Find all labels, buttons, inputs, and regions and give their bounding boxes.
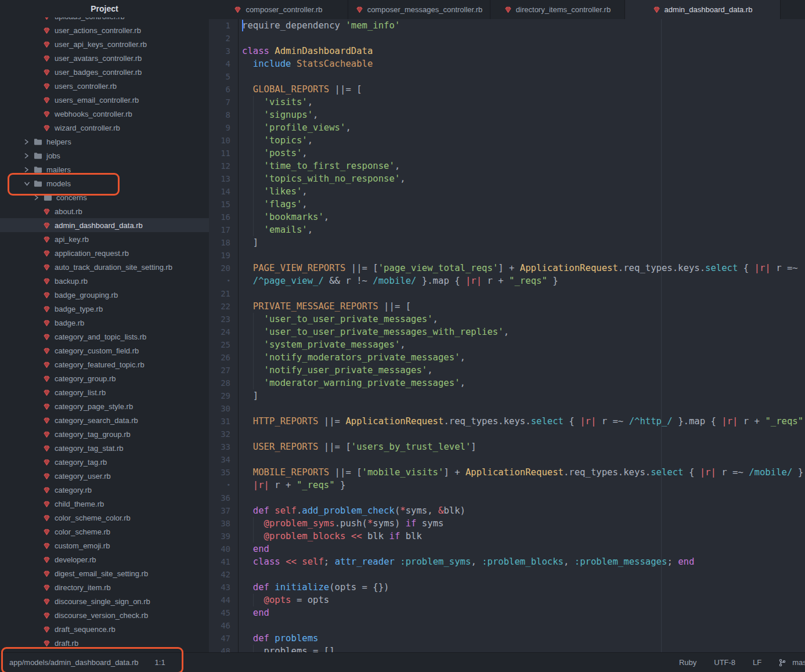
code-line[interactable]: 37 def self.add_problem_check(*syms, &bl… xyxy=(209,504,805,517)
tree-item-child_theme-rb[interactable]: child_theme.rb xyxy=(0,497,209,511)
code-line[interactable]: 38 @problem_syms.push(*syms) if syms xyxy=(209,517,805,530)
tree-item-api_key-rb[interactable]: api_key.rb xyxy=(0,232,209,246)
tree-item-auto_track_duration_site_setting-rb[interactable]: auto_track_duration_site_setting.rb xyxy=(0,260,209,274)
tab-composer_messages_controller-rb[interactable]: composer_messages_controller.rb xyxy=(348,0,490,19)
tree-item-jobs[interactable]: jobs xyxy=(0,149,209,162)
tree-item-application_request-rb[interactable]: application_request.rb xyxy=(0,246,209,260)
code-line[interactable]: 21 xyxy=(209,287,805,300)
tree-item-category_tag-rb[interactable]: category_tag.rb xyxy=(0,455,209,469)
tree-item-color_scheme-rb[interactable]: color_scheme.rb xyxy=(0,525,209,539)
chevron-right-icon[interactable] xyxy=(24,167,34,173)
tree-item-badge-rb[interactable]: badge.rb xyxy=(0,316,209,330)
tree-item-wizard_controller-rb[interactable]: wizard_controller.rb xyxy=(0,121,209,135)
git-branch-indicator[interactable]: master xyxy=(779,658,805,667)
code-line[interactable]: 4 include StatsCacheable xyxy=(209,57,805,70)
status-indicator-utf-8[interactable]: UTF-8 xyxy=(714,658,735,667)
tree-item-user_actions_controller-rb[interactable]: user_actions_controller.rb xyxy=(0,23,209,37)
code-line[interactable]: 19 xyxy=(209,249,805,262)
tree-item-color_scheme_color-rb[interactable]: color_scheme_color.rb xyxy=(0,511,209,525)
code-line[interactable]: 15 'flags', xyxy=(209,198,805,211)
code-line[interactable]: 20 PAGE_VIEW_REPORTS ||= ['page_view_tot… xyxy=(209,262,805,274)
tree-item-category_group-rb[interactable]: category_group.rb xyxy=(0,371,209,385)
tree-item-user_avatars_controller-rb[interactable]: user_avatars_controller.rb xyxy=(0,51,209,65)
code-line[interactable]: 43 def initialize(opts = {}) xyxy=(209,581,805,594)
code-line[interactable]: 7 'visits', xyxy=(209,96,805,109)
code-line[interactable]: 11 'posts', xyxy=(209,147,805,160)
tree-item-discourse_single_sign_on-rb[interactable]: discourse_single_sign_on.rb xyxy=(0,594,209,608)
code-line[interactable]: 32 xyxy=(209,428,805,440)
code-line[interactable]: 33 USER_REPORTS ||= ['users_by_trust_lev… xyxy=(209,440,805,453)
code-line[interactable]: 27 'notify_user_private_messages', xyxy=(209,364,805,377)
code-line[interactable]: 5 xyxy=(209,70,805,83)
tree-item-about-rb[interactable]: about.rb xyxy=(0,204,209,218)
code-line[interactable]: 8 'signups', xyxy=(209,109,805,121)
code-line[interactable]: 28 'moderator_warning_private_messages', xyxy=(209,377,805,389)
code-line[interactable]: 29 ] xyxy=(209,389,805,402)
code-line[interactable]: 36 xyxy=(209,492,805,504)
tree-item-users_controller-rb[interactable]: users_controller.rb xyxy=(0,79,209,93)
tree-item-draft-rb[interactable]: draft.rb xyxy=(0,636,209,650)
tree-item-helpers[interactable]: helpers xyxy=(0,135,209,149)
status-indicator-lf[interactable]: LF xyxy=(753,658,761,667)
tree-item-user_api_keys_controller-rb[interactable]: user_api_keys_controller.rb xyxy=(0,37,209,51)
tree-item-category_list-rb[interactable]: category_list.rb xyxy=(0,385,209,399)
code-line[interactable]: 34 xyxy=(209,453,805,466)
tree-item-badge_type-rb[interactable]: badge_type.rb xyxy=(0,302,209,316)
code-line[interactable]: 45 end xyxy=(209,606,805,619)
tree-item-category_tag_stat-rb[interactable]: category_tag_stat.rb xyxy=(0,441,209,455)
code-line[interactable]: 25 'system_private_messages', xyxy=(209,338,805,351)
code-line[interactable]: 10 'topics', xyxy=(209,134,805,147)
cursor-position[interactable]: 1:1 xyxy=(155,658,165,667)
code-line[interactable]: • |r| r + "_reqs" } xyxy=(209,479,805,492)
code-line[interactable]: 42 xyxy=(209,568,805,581)
tree-item-category_search_data-rb[interactable]: category_search_data.rb xyxy=(0,413,209,427)
code-line[interactable]: 14 'likes', xyxy=(209,185,805,198)
tree-item-admin_dashboard_data-rb[interactable]: admin_dashboard_data.rb xyxy=(0,218,209,232)
code-line[interactable]: 26 'notify_moderators_private_messages', xyxy=(209,351,805,364)
file-tree[interactable]: uploads_controller.rbuser_actions_contro… xyxy=(0,17,209,653)
chevron-right-icon[interactable] xyxy=(34,194,44,201)
tree-item-models[interactable]: models xyxy=(0,176,209,190)
code-line[interactable]: 1require_dependency 'mem_info' xyxy=(209,19,805,32)
code-line[interactable]: 46 xyxy=(209,619,805,632)
code-line[interactable]: 35 MOBILE_REPORTS ||= ['mobile_visits'] … xyxy=(209,466,805,479)
code-line[interactable]: 2 xyxy=(209,32,805,45)
chevron-right-icon[interactable] xyxy=(24,139,34,145)
chevron-right-icon[interactable] xyxy=(24,153,34,159)
tree-item-digest_email_site_setting-rb[interactable]: digest_email_site_setting.rb xyxy=(0,566,209,580)
tree-item-category-rb[interactable]: category.rb xyxy=(0,483,209,497)
code-line[interactable]: 9 'profile_views', xyxy=(209,121,805,134)
code-line[interactable]: 6 GLOBAL_REPORTS ||= [ xyxy=(209,83,805,96)
tree-item-custom_emoji-rb[interactable]: custom_emoji.rb xyxy=(0,539,209,552)
tree-item-webhooks_controller-rb[interactable]: webhooks_controller.rb xyxy=(0,107,209,121)
tab-composer_controller-rb[interactable]: composer_controller.rb xyxy=(209,0,348,19)
code-line[interactable]: 16 'bookmarks', xyxy=(209,211,805,223)
tree-item-category_custom_field-rb[interactable]: category_custom_field.rb xyxy=(0,344,209,357)
tree-item-category_page_style-rb[interactable]: category_page_style.rb xyxy=(0,399,209,413)
code-line[interactable]: 40 end xyxy=(209,543,805,555)
tree-item-category_user-rb[interactable]: category_user.rb xyxy=(0,469,209,483)
code-line[interactable]: 41 class << self; attr_reader :problem_s… xyxy=(209,555,805,568)
tree-item-category_and_topic_lists-rb[interactable]: category_and_topic_lists.rb xyxy=(0,330,209,344)
code-editor[interactable]: 1require_dependency 'mem_info'23class Ad… xyxy=(209,19,805,653)
code-line[interactable]: • /^page_view_/ && r !~ /mobile/ }.map {… xyxy=(209,274,805,287)
tree-item-discourse_version_check-rb[interactable]: discourse_version_check.rb xyxy=(0,608,209,622)
code-line[interactable]: 22 PRIVATE_MESSAGE_REPORTS ||= [ xyxy=(209,300,805,313)
code-line[interactable]: 24 'user_to_user_private_messages_with_r… xyxy=(209,326,805,338)
tree-item-badge_grouping-rb[interactable]: badge_grouping.rb xyxy=(0,288,209,302)
tree-item-category_tag_group-rb[interactable]: category_tag_group.rb xyxy=(0,427,209,441)
code-line[interactable]: 12 'time_to_first_response', xyxy=(209,160,805,172)
code-line[interactable]: 44 @opts = opts xyxy=(209,594,805,606)
tree-item-developer-rb[interactable]: developer.rb xyxy=(0,552,209,566)
code-line[interactable]: 31 HTTP_REPORTS ||= ApplicationRequest.r… xyxy=(209,415,805,428)
tree-item-backup-rb[interactable]: backup.rb xyxy=(0,274,209,288)
code-line[interactable]: 39 @problem_blocks << blk if blk xyxy=(209,530,805,543)
tree-item-concerns[interactable]: concerns xyxy=(0,190,209,204)
code-line[interactable]: 3class AdminDashboardData xyxy=(209,45,805,57)
code-line[interactable]: 17 'emails', xyxy=(209,223,805,236)
status-indicator-ruby[interactable]: Ruby xyxy=(679,658,696,667)
chevron-down-icon[interactable] xyxy=(24,181,34,186)
code-line[interactable]: 30 xyxy=(209,402,805,415)
tree-item-users_email_controller-rb[interactable]: users_email_controller.rb xyxy=(0,93,209,107)
code-line[interactable]: 23 'user_to_user_private_messages', xyxy=(209,313,805,326)
